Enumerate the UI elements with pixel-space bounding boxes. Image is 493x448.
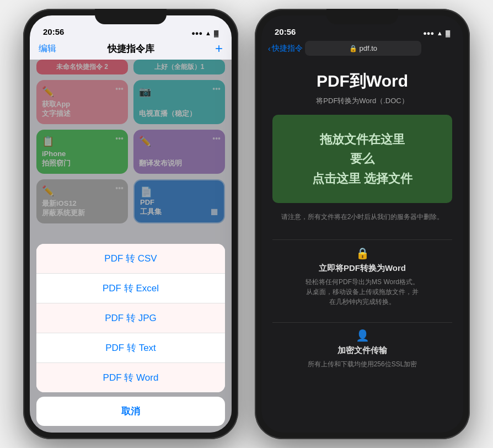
menu-pdf-text[interactable]: PDF 转 Text xyxy=(36,333,225,363)
lock-icon: 🔒 xyxy=(349,45,357,52)
battery-icon: ▓ xyxy=(214,30,218,36)
divider-1 xyxy=(272,239,452,240)
edit-button[interactable]: 编辑 xyxy=(39,43,56,55)
left-time: 20:56 xyxy=(43,27,64,36)
feature-convert: 🔒 立即将PDF转换为Word 轻松将任何PDF导出为MS Word格式。从桌面… xyxy=(272,247,452,307)
feature-desc-1: 轻松将任何PDF导出为MS Word格式。从桌面，移动设备上传或拖放文件，并在几… xyxy=(272,277,452,307)
encrypt-icon: 👤 xyxy=(272,329,452,342)
left-screen: 20:56 ●●● ▲ ▓ 编辑 快捷指令库 + 未命名快捷指令 2 上好（全能… xyxy=(30,15,232,433)
left-status-icons: ●●● ▲ ▓ xyxy=(191,30,218,36)
feature-encrypt: 👤 加密文件传输 所有上传和下载均使用256位SSL加密 xyxy=(272,329,452,369)
pdf-subtitle: 将PDF转换为Word（.DOC） xyxy=(316,96,408,106)
left-nav-bar: 编辑 快捷指令库 + xyxy=(30,40,232,60)
pdf-title: PDF到Word xyxy=(317,70,408,93)
add-button[interactable]: + xyxy=(215,42,223,55)
url-bar[interactable]: 🔒 pdf.to xyxy=(305,41,421,56)
menu-sheet: PDF 转 CSV PDF 转 Excel PDF 转 JPG PDF 转 Te… xyxy=(36,244,225,392)
menu-pdf-csv[interactable]: PDF 转 CSV xyxy=(36,244,225,274)
signal-icon: ●●● xyxy=(191,30,202,36)
right-nav-bar: ‹ 快捷指令 🔒 pdf.to xyxy=(261,40,463,59)
feature-title-1: 立即将PDF转换为Word xyxy=(272,263,452,274)
wifi-icon-right: ▲ xyxy=(437,30,443,36)
menu-container: PDF 转 CSV PDF 转 Excel PDF 转 JPG PDF 转 Te… xyxy=(30,237,232,433)
shortcuts-area: 未命名快捷指令 2 上好（全能版）1 ✏️ ••• 获取App文字描述 📷 ••… xyxy=(30,60,232,433)
wifi-icon: ▲ xyxy=(205,30,211,36)
cancel-button[interactable]: 取消 xyxy=(36,397,225,426)
nav-title: 快捷指令库 xyxy=(108,42,154,55)
left-iphone: 20:56 ●●● ▲ ▓ 编辑 快捷指令库 + 未命名快捷指令 2 上好（全能… xyxy=(23,9,238,439)
feature-desc-2: 所有上传和下载均使用256位SSL加密 xyxy=(272,359,452,369)
menu-pdf-excel[interactable]: PDF 转 Excel xyxy=(36,274,225,303)
right-screen: 20:56 ●●● ▲ ▓ ‹ 快捷指令 🔒 pdf.to PDF到Word 将… xyxy=(261,15,463,433)
notch xyxy=(95,9,167,24)
right-content: PDF到Word 将PDF转换为Word（.DOC） 拖放文件在这里 要么 点击… xyxy=(261,59,463,433)
battery-icon-right: ▓ xyxy=(446,30,450,36)
drop-zone-text: 拖放文件在这里 要么 点击这里 选择文件 xyxy=(312,130,412,188)
drop-zone[interactable]: 拖放文件在这里 要么 点击这里 选择文件 xyxy=(272,115,452,203)
note-text: 请注意，所有文件将在2小时后从我们的服务器中删除。 xyxy=(276,212,449,222)
right-time: 20:56 xyxy=(275,27,296,36)
signal-icon-right: ●●● xyxy=(423,30,434,36)
menu-pdf-jpg[interactable]: PDF 转 JPG xyxy=(36,303,225,333)
menu-pdf-word[interactable]: PDF 转 Word xyxy=(36,363,225,392)
chevron-left-icon: ‹ xyxy=(268,44,271,53)
convert-icon: 🔒 xyxy=(272,247,452,260)
right-status-icons: ●●● ▲ ▓ xyxy=(423,30,450,36)
divider-2 xyxy=(272,322,452,323)
feature-title-2: 加密文件传输 xyxy=(272,345,452,356)
notch-right xyxy=(326,9,398,24)
right-iphone: 20:56 ●●● ▲ ▓ ‹ 快捷指令 🔒 pdf.to PDF到Word 将… xyxy=(255,9,470,439)
back-button[interactable]: ‹ 快捷指令 xyxy=(268,44,303,54)
